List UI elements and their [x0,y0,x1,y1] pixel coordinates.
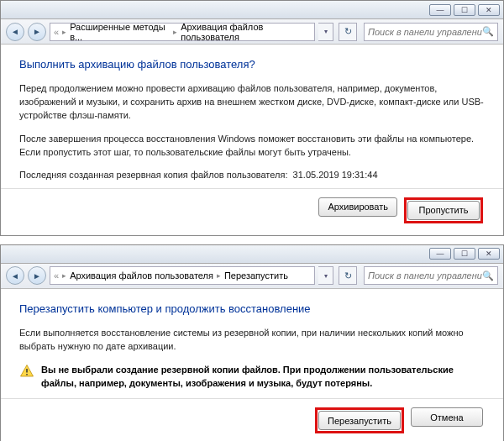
search-icon: 🔍 [482,26,494,37]
warning-row: Вы не выбрали создание резервной копии ф… [19,364,485,391]
content-pane: Перезапустить компьютер и продолжить вос… [1,289,503,441]
forward-button[interactable]: ► [28,23,46,41]
button-row: Архивировать Пропустить [19,197,485,223]
back-button[interactable]: ◄ [6,23,24,41]
address-dropdown[interactable]: ▾ [318,23,333,41]
svg-rect-0 [26,369,28,373]
content-pane: Выполнить архивацию файлов пользователя?… [1,45,503,235]
restart-button[interactable]: Перезапустить [318,411,401,430]
breadcrumb-prefix-icon: « [54,270,59,281]
navigation-bar: ◄ ► « ▸ Расширенные методы в... ▸ Архива… [1,19,503,45]
last-backup-label: Последняя созданная резервная копия файл… [19,170,287,180]
page-heading: Перезапустить компьютер и продолжить вос… [19,302,485,315]
archive-button[interactable]: Архивировать [318,197,397,217]
search-box[interactable]: 🔍 [364,266,498,285]
separator [1,398,503,399]
maximize-button[interactable]: ☐ [454,4,475,16]
navigation-bar: ◄ ► « ▸ Архивация файлов пользователя ▸ … [1,264,503,289]
highlight-box: Пропустить [404,197,483,223]
minimize-button[interactable]: — [429,4,451,16]
chevron-right-icon: ▸ [173,28,177,36]
address-dropdown[interactable]: ▾ [318,266,333,285]
search-icon: 🔍 [482,270,494,281]
description-1: Если выполняется восстановление системы … [19,327,485,354]
address-bar[interactable]: « ▸ Расширенные методы в... ▸ Архивация … [50,23,315,41]
last-backup-line: Последняя созданная резервная копия файл… [19,170,485,180]
last-backup-value: 31.05.2019 19:31:44 [293,170,378,180]
titlebar: — ☐ ✕ [1,245,503,264]
search-box[interactable]: 🔍 [364,23,498,41]
close-button[interactable]: ✕ [478,4,500,16]
forward-button[interactable]: ► [28,266,46,285]
minimize-button[interactable]: — [429,248,451,260]
chevron-right-icon: ▸ [217,271,221,280]
address-bar[interactable]: « ▸ Архивация файлов пользователя ▸ Пере… [50,266,315,285]
highlight-box: Перезапустить [315,407,404,433]
svg-rect-1 [26,374,28,375]
button-row: Перезапустить Отмена [19,407,485,433]
description-2: После завершения процесса восстановления… [19,133,485,160]
breadcrumb-seg1[interactable]: Архивация файлов пользователя [70,270,213,281]
search-input[interactable] [368,270,482,281]
window-restart: — ☐ ✕ ◄ ► « ▸ Архивация файлов пользоват… [0,244,504,441]
page-heading: Выполнить архивацию файлов пользователя? [19,58,485,71]
skip-button[interactable]: Пропустить [407,201,480,220]
breadcrumb-seg2[interactable]: Перезапустить [224,270,288,281]
titlebar: — ☐ ✕ [1,1,503,19]
breadcrumb-seg2[interactable]: Архивация файлов пользователя [181,23,311,41]
warning-icon [19,364,34,381]
window-archive-files: — ☐ ✕ ◄ ► « ▸ Расширенные методы в... ▸ … [0,0,504,236]
search-input[interactable] [368,27,482,37]
close-button[interactable]: ✕ [478,248,500,260]
refresh-button[interactable]: ↻ [339,23,357,41]
chevron-right-icon: ▸ [62,271,66,280]
cancel-button[interactable]: Отмена [411,407,483,427]
warning-text: Вы не выбрали создание резервной копии ф… [41,364,485,391]
back-button[interactable]: ◄ [6,266,24,285]
chevron-right-icon: ▸ [62,28,66,36]
breadcrumb-prefix-icon: « [54,27,59,37]
separator [1,188,503,189]
maximize-button[interactable]: ☐ [454,248,475,260]
description-1: Перед продолжением можно провести архива… [19,82,485,123]
breadcrumb-seg1[interactable]: Расширенные методы в... [70,23,170,41]
refresh-button[interactable]: ↻ [339,266,357,285]
